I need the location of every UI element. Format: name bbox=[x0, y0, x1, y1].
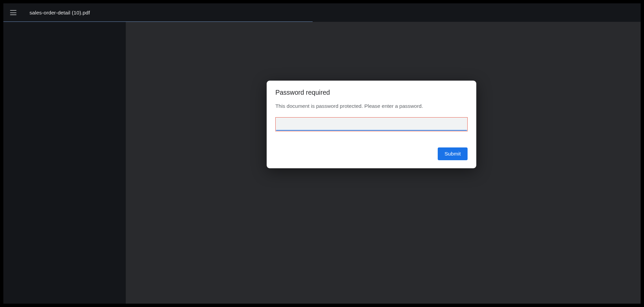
dialog-title: Password required bbox=[275, 89, 468, 96]
dialog-actions: Submit bbox=[275, 147, 468, 160]
dialog-message: This document is password protected. Ple… bbox=[275, 103, 468, 109]
submit-button[interactable]: Submit bbox=[438, 147, 468, 160]
toolbar: sales-order-detail (10).pdf bbox=[3, 3, 641, 22]
document-filename: sales-order-detail (10).pdf bbox=[30, 10, 90, 16]
sidebar bbox=[3, 22, 126, 304]
password-dialog: Password required This document is passw… bbox=[267, 81, 476, 168]
password-input-wrap bbox=[275, 117, 468, 131]
main-viewer: Password required This document is passw… bbox=[126, 22, 641, 304]
menu-icon[interactable] bbox=[10, 9, 17, 16]
pdf-viewer-window: sales-order-detail (10).pdf Password req… bbox=[3, 3, 641, 304]
content-area: Password required This document is passw… bbox=[3, 22, 641, 304]
password-input[interactable] bbox=[276, 118, 467, 131]
